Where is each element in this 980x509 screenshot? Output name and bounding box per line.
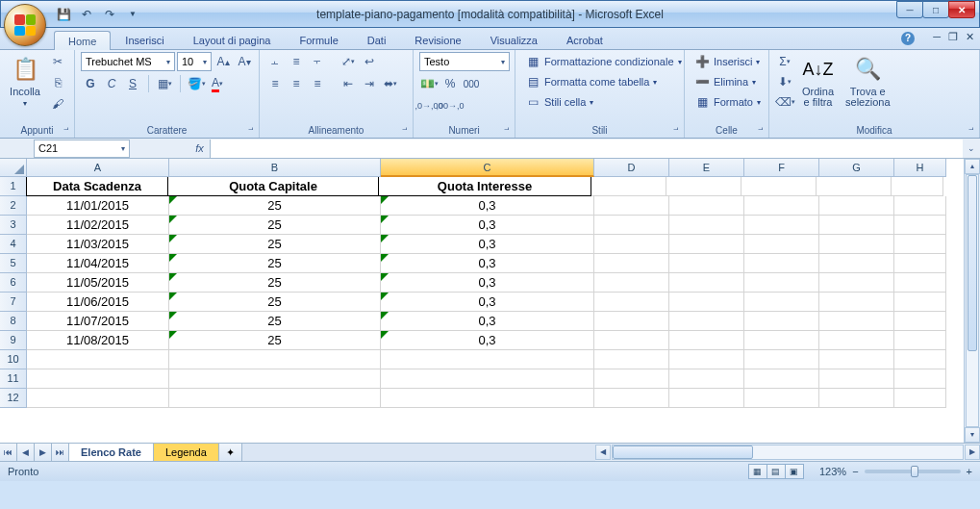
tab-layout-di-pagina[interactable]: Layout di pagina bbox=[179, 30, 286, 49]
cell[interactable] bbox=[669, 369, 744, 389]
cell[interactable] bbox=[669, 196, 744, 216]
currency-icon[interactable]: 💵▾ bbox=[419, 74, 439, 93]
wb-minimize-icon[interactable]: ─ bbox=[933, 31, 941, 43]
row-header[interactable]: 10 bbox=[0, 350, 27, 369]
clear-icon[interactable]: ⌫▾ bbox=[775, 92, 794, 112]
cell[interactable] bbox=[27, 350, 169, 369]
format-as-table-button[interactable]: ▤Formatta come tabella▾ bbox=[521, 72, 661, 91]
cell[interactable] bbox=[894, 331, 946, 350]
column-header[interactable]: A bbox=[27, 159, 169, 177]
cell[interactable]: Quota Capitale bbox=[167, 177, 379, 196]
cell[interactable] bbox=[894, 389, 946, 408]
cell[interactable] bbox=[744, 254, 819, 273]
row-header[interactable]: 5 bbox=[0, 254, 27, 273]
view-page-break-icon[interactable]: ▣ bbox=[785, 464, 804, 479]
tab-inserisci[interactable]: Inserisci bbox=[111, 30, 178, 49]
view-normal-icon[interactable]: ▦ bbox=[748, 464, 767, 479]
cell[interactable]: 25 bbox=[169, 254, 381, 273]
new-sheet-icon[interactable]: ✦ bbox=[219, 444, 242, 461]
bold-button[interactable]: G bbox=[81, 74, 100, 93]
cell[interactable] bbox=[669, 216, 744, 235]
cell[interactable]: 11/07/2015 bbox=[27, 312, 169, 331]
tab-acrobat[interactable]: Acrobat bbox=[552, 30, 617, 49]
row-header[interactable]: 7 bbox=[0, 293, 27, 312]
align-top-icon[interactable]: ⫠ bbox=[265, 52, 285, 71]
cell[interactable] bbox=[744, 331, 819, 350]
orientation-icon[interactable]: ⤢▾ bbox=[339, 52, 358, 71]
cell[interactable] bbox=[381, 369, 594, 389]
cell[interactable]: 25 bbox=[169, 216, 381, 235]
undo-icon[interactable]: ↶ bbox=[78, 6, 95, 23]
cell[interactable] bbox=[669, 331, 744, 350]
cell[interactable]: 11/03/2015 bbox=[27, 235, 169, 254]
formula-input[interactable] bbox=[211, 140, 963, 158]
cell[interactable] bbox=[819, 350, 894, 369]
percent-icon[interactable]: % bbox=[440, 74, 460, 93]
cell[interactable]: 0,3 bbox=[381, 312, 594, 331]
cell[interactable]: 25 bbox=[169, 273, 381, 293]
cell[interactable] bbox=[27, 389, 169, 408]
underline-button[interactable]: S bbox=[123, 74, 142, 93]
indent-increase-icon[interactable]: ⇥ bbox=[360, 74, 379, 93]
merge-center-icon[interactable]: ⬌▾ bbox=[381, 74, 400, 93]
cell[interactable] bbox=[819, 235, 894, 254]
shrink-font-icon[interactable]: A▾ bbox=[235, 52, 254, 71]
fill-color-icon[interactable]: 🪣▾ bbox=[187, 74, 206, 93]
cell[interactable] bbox=[27, 369, 169, 389]
cell[interactable]: 0,3 bbox=[381, 216, 594, 235]
row-header[interactable]: 6 bbox=[0, 273, 27, 293]
cell[interactable] bbox=[819, 331, 894, 350]
cell[interactable] bbox=[744, 350, 819, 369]
qat-menu-icon[interactable]: ▼ bbox=[124, 6, 141, 23]
cell[interactable] bbox=[594, 331, 669, 350]
cell[interactable] bbox=[744, 369, 819, 389]
sheet-nav-prev-icon[interactable]: ◀ bbox=[17, 444, 35, 461]
cell[interactable] bbox=[594, 196, 669, 216]
column-header[interactable]: F bbox=[744, 159, 819, 177]
cell[interactable] bbox=[381, 350, 594, 369]
cell[interactable] bbox=[744, 196, 819, 216]
conditional-formatting-button[interactable]: ▦Formattazione condizionale▾ bbox=[521, 52, 686, 71]
cell[interactable] bbox=[819, 273, 894, 293]
row-header[interactable]: 1 bbox=[0, 177, 27, 196]
decrease-decimal-icon[interactable]: ,00→,0 bbox=[440, 96, 460, 115]
cell[interactable]: Data Scadenza bbox=[26, 177, 168, 196]
cell[interactable]: 11/02/2015 bbox=[27, 216, 169, 235]
align-middle-icon[interactable]: ≡ bbox=[287, 52, 306, 71]
minimize-button[interactable]: ─ bbox=[896, 1, 923, 18]
cell[interactable] bbox=[669, 273, 744, 293]
row-header[interactable]: 3 bbox=[0, 216, 27, 235]
cell[interactable] bbox=[892, 177, 943, 196]
row-header[interactable]: 11 bbox=[0, 369, 27, 389]
cell[interactable] bbox=[669, 350, 744, 369]
cell[interactable]: 11/06/2015 bbox=[27, 293, 169, 312]
cell[interactable] bbox=[819, 196, 894, 216]
cell[interactable] bbox=[894, 216, 946, 235]
column-header[interactable]: E bbox=[669, 159, 744, 177]
cell[interactable] bbox=[819, 389, 894, 408]
cell[interactable] bbox=[894, 196, 946, 216]
font-size-combo[interactable]: 10▾ bbox=[177, 52, 212, 71]
column-header[interactable]: D bbox=[594, 159, 669, 177]
cell[interactable]: 11/05/2015 bbox=[27, 273, 169, 293]
cell[interactable]: 11/04/2015 bbox=[27, 254, 169, 273]
cell[interactable] bbox=[594, 312, 669, 331]
column-header[interactable]: H bbox=[894, 159, 946, 177]
row-header[interactable]: 9 bbox=[0, 331, 27, 350]
cell[interactable] bbox=[594, 273, 669, 293]
cell[interactable] bbox=[744, 216, 819, 235]
spreadsheet-grid[interactable]: 1Data ScadenzaQuota CapitaleQuota Intere… bbox=[0, 177, 964, 443]
font-color-icon[interactable]: A▾ bbox=[208, 74, 227, 93]
cell[interactable] bbox=[744, 312, 819, 331]
cell[interactable]: 0,3 bbox=[381, 331, 594, 350]
thousands-icon[interactable]: 000 bbox=[462, 74, 481, 93]
cell[interactable] bbox=[894, 350, 946, 369]
grow-font-icon[interactable]: A▴ bbox=[214, 52, 233, 71]
cell[interactable] bbox=[894, 312, 946, 331]
row-header[interactable]: 8 bbox=[0, 312, 27, 331]
wb-restore-icon[interactable]: ❐ bbox=[948, 31, 958, 43]
cell[interactable]: Quota Interesse bbox=[378, 177, 591, 196]
cell[interactable] bbox=[819, 216, 894, 235]
cell[interactable]: 0,3 bbox=[381, 273, 594, 293]
cell[interactable] bbox=[819, 369, 894, 389]
